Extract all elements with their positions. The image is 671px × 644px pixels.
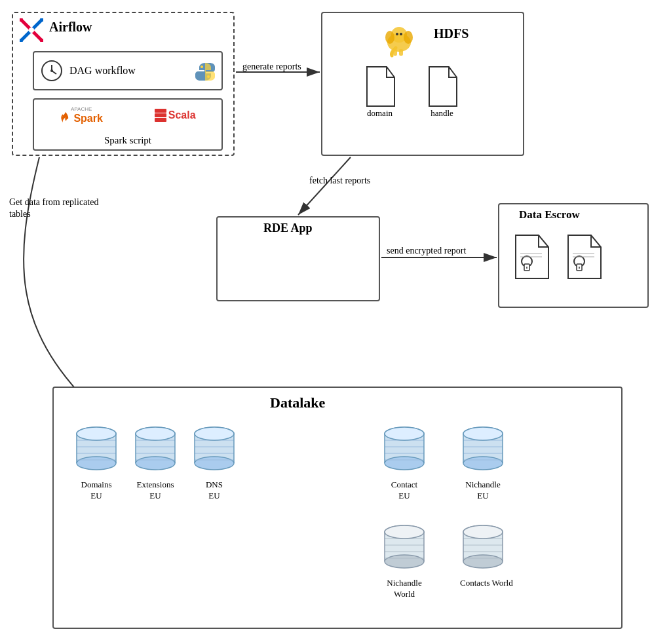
db-domains-eu: DomainsEU: [73, 424, 119, 502]
svg-rect-18: [155, 118, 166, 122]
svg-point-73: [385, 457, 424, 470]
svg-point-80: [385, 427, 424, 440]
dag-label: DAG workflow: [69, 65, 136, 77]
airflow-box: Airflow DAG workflow: [12, 12, 235, 156]
hdfs-files: domain handle: [362, 66, 460, 119]
diagram: generate reports fetch last reports send…: [0, 0, 671, 644]
svg-point-14: [201, 66, 203, 68]
svg-point-100: [385, 525, 424, 539]
svg-rect-26: [399, 49, 403, 56]
svg-point-23: [396, 33, 398, 35]
db-dns-eu: DNSEU: [191, 424, 237, 502]
clock-icon: [41, 60, 63, 82]
escrow-label: Data Escrow: [519, 208, 580, 221]
spark-script-label: Spark script: [104, 135, 151, 146]
svg-point-63: [195, 457, 234, 470]
svg-point-90: [463, 427, 503, 440]
svg-point-60: [136, 427, 175, 440]
db-contacts-world: Contacts World: [460, 522, 513, 589]
escrow-doc-1: [512, 234, 552, 282]
hdfs-label: HDFS: [434, 26, 469, 41]
svg-point-103: [463, 555, 503, 568]
hadoop-logo: [381, 23, 417, 62]
svg-point-70: [195, 427, 234, 440]
datalake-box: Datalake DomainsE: [52, 387, 623, 629]
generate-reports-label: generate reports: [242, 62, 301, 72]
escrow-box: Data Escrow: [498, 203, 649, 308]
get-data-label: Get data from replicated tables: [9, 197, 101, 220]
db-contact-eu: ContactEU: [381, 424, 427, 502]
svg-point-24: [400, 33, 402, 35]
escrow-docs: [512, 234, 604, 282]
rde-label: RDE App: [263, 221, 313, 235]
svg-point-43: [77, 457, 116, 470]
svg-point-21: [385, 31, 394, 44]
db-nichandle-eu: NichandleEU: [460, 424, 506, 502]
datalake-row1: DomainsEU ExtensionsEU: [73, 424, 237, 502]
svg-point-83: [463, 457, 503, 470]
svg-point-93: [385, 555, 424, 568]
scala-logo: Scala: [155, 109, 196, 122]
svg-point-22: [404, 31, 413, 44]
svg-point-110: [463, 525, 503, 539]
fetch-reports-label: fetch last reports: [309, 176, 370, 186]
spark-logo: APACHE Spark: [60, 106, 102, 125]
svg-point-5: [29, 28, 34, 33]
svg-point-50: [77, 427, 116, 440]
airflow-label: Airflow: [49, 20, 92, 35]
send-encrypted-label: send encrypted report: [387, 246, 466, 256]
escrow-doc-2: [565, 234, 604, 282]
handle-file: handle: [424, 66, 460, 119]
dag-box: DAG workflow: [33, 51, 223, 90]
airflow-logo: [20, 18, 43, 42]
rde-box: RDE App exporter: [216, 216, 380, 301]
svg-rect-17: [155, 113, 166, 117]
svg-rect-16: [155, 109, 166, 113]
svg-point-13: [50, 69, 53, 72]
db-nichandle-world: NichandleWorld: [381, 522, 427, 600]
hdfs-box: HDFS domain handle: [321, 12, 524, 156]
spark-script-box: APACHE Spark S: [33, 98, 223, 151]
db-extensions-eu: ExtensionsEU: [132, 424, 178, 502]
domain-file: domain: [362, 66, 398, 119]
python-logo: [195, 61, 215, 81]
svg-rect-25: [393, 49, 397, 56]
svg-point-53: [136, 457, 175, 470]
datalake-label: Datalake: [270, 394, 325, 411]
